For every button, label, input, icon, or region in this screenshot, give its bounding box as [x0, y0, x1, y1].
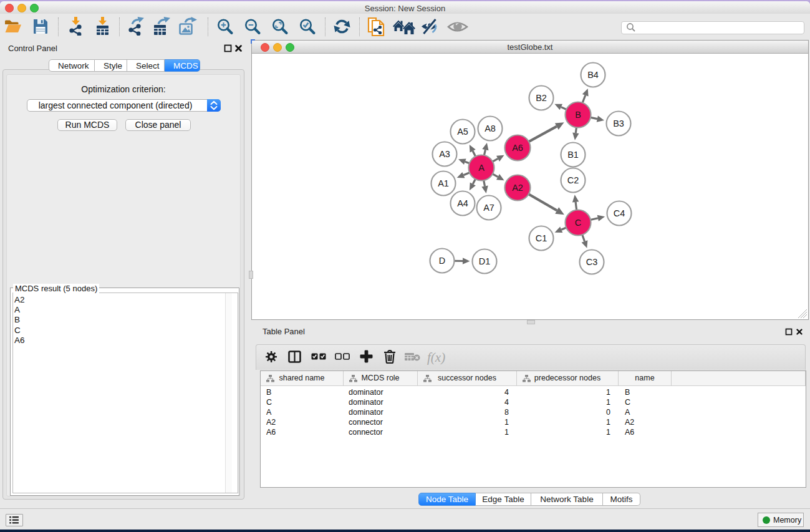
svg-text:C3: C3 — [586, 257, 598, 267]
svg-text:C1: C1 — [536, 233, 547, 243]
svg-text:C2: C2 — [567, 175, 579, 185]
svg-text:B1: B1 — [567, 150, 579, 160]
svg-text:A1: A1 — [438, 178, 449, 188]
svg-text:B4: B4 — [587, 70, 599, 80]
svg-text:A8: A8 — [485, 123, 496, 133]
svg-text:B: B — [575, 110, 581, 120]
svg-text:A5: A5 — [457, 127, 468, 137]
svg-text:B2: B2 — [536, 93, 547, 103]
svg-text:A7: A7 — [483, 203, 494, 213]
svg-text:A3: A3 — [439, 149, 450, 159]
svg-text:A2: A2 — [512, 183, 523, 193]
svg-text:A4: A4 — [457, 198, 468, 208]
svg-text:A6: A6 — [512, 143, 523, 153]
svg-text:A: A — [478, 163, 485, 173]
svg-text:D: D — [439, 256, 445, 266]
svg-text:C4: C4 — [614, 208, 625, 218]
svg-text:C: C — [575, 218, 581, 228]
svg-text:D1: D1 — [479, 256, 491, 266]
svg-text:B3: B3 — [613, 118, 624, 128]
